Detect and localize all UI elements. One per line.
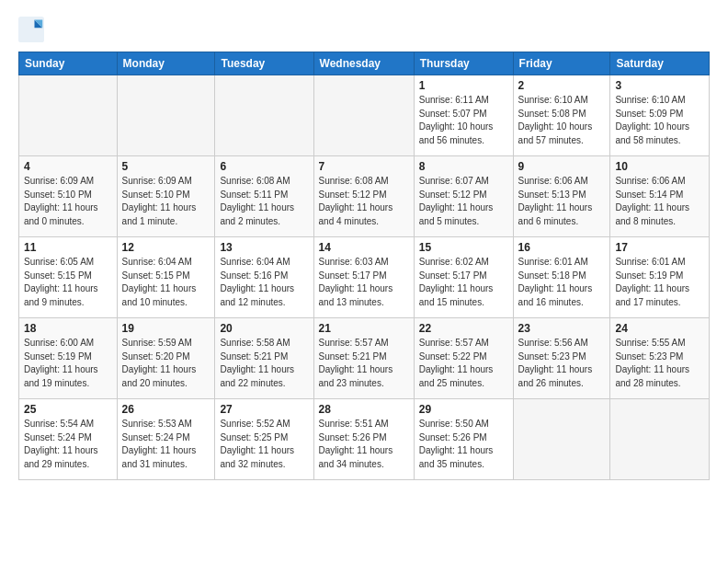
day-number: 8 (419, 160, 508, 173)
day-cell: 24Sunrise: 5:55 AMSunset: 5:23 PMDayligh… (610, 318, 710, 399)
day-cell: 4Sunrise: 6:09 AMSunset: 5:10 PMDaylight… (19, 156, 118, 237)
day-cell: 13Sunrise: 6:04 AMSunset: 5:16 PMDayligh… (215, 237, 313, 318)
day-info: Sunrise: 6:02 AMSunset: 5:17 PMDaylight:… (419, 256, 508, 309)
day-cell: 26Sunrise: 5:53 AMSunset: 5:24 PMDayligh… (117, 399, 215, 480)
day-info: Sunrise: 5:57 AMSunset: 5:22 PMDaylight:… (419, 337, 508, 390)
day-info: Sunrise: 5:54 AMSunset: 5:24 PMDaylight:… (24, 418, 112, 471)
week-row-5: 25Sunrise: 5:54 AMSunset: 5:24 PMDayligh… (19, 399, 710, 480)
day-info: Sunrise: 5:56 AMSunset: 5:23 PMDaylight:… (518, 337, 606, 390)
day-number: 22 (419, 322, 508, 335)
day-cell: 21Sunrise: 5:57 AMSunset: 5:21 PMDayligh… (313, 318, 414, 399)
week-row-3: 11Sunrise: 6:05 AMSunset: 5:15 PMDayligh… (19, 237, 710, 318)
day-cell: 27Sunrise: 5:52 AMSunset: 5:25 PMDayligh… (215, 399, 313, 480)
day-info: Sunrise: 6:10 AMSunset: 5:09 PMDaylight:… (615, 94, 704, 147)
day-cell: 15Sunrise: 6:02 AMSunset: 5:17 PMDayligh… (414, 237, 513, 318)
week-row-1: 1Sunrise: 6:11 AMSunset: 5:07 PMDaylight… (19, 75, 710, 156)
header-cell-tuesday: Tuesday (215, 52, 313, 75)
header-cell-sunday: Sunday (19, 52, 118, 75)
day-number: 11 (24, 241, 112, 254)
day-info: Sunrise: 6:10 AMSunset: 5:08 PMDaylight:… (518, 94, 606, 147)
day-cell: 10Sunrise: 6:06 AMSunset: 5:14 PMDayligh… (610, 156, 710, 237)
day-cell (215, 75, 313, 156)
day-cell: 6Sunrise: 6:08 AMSunset: 5:11 PMDaylight… (215, 156, 313, 237)
day-number: 6 (220, 160, 308, 173)
day-info: Sunrise: 5:55 AMSunset: 5:23 PMDaylight:… (615, 337, 704, 390)
day-cell: 3Sunrise: 6:10 AMSunset: 5:09 PMDaylight… (610, 75, 710, 156)
logo-icon (18, 17, 44, 42)
day-number: 28 (319, 403, 409, 416)
day-number: 7 (319, 160, 409, 173)
header-cell-monday: Monday (117, 52, 215, 75)
week-row-2: 4Sunrise: 6:09 AMSunset: 5:10 PMDaylight… (19, 156, 710, 237)
day-cell: 29Sunrise: 5:50 AMSunset: 5:26 PMDayligh… (414, 399, 513, 480)
logo (18, 17, 48, 42)
day-cell: 1Sunrise: 6:11 AMSunset: 5:07 PMDaylight… (414, 75, 513, 156)
day-number: 17 (615, 241, 704, 254)
header-cell-thursday: Thursday (414, 52, 513, 75)
day-number: 9 (518, 160, 606, 173)
day-info: Sunrise: 5:53 AMSunset: 5:24 PMDaylight:… (122, 418, 210, 471)
day-info: Sunrise: 6:01 AMSunset: 5:18 PMDaylight:… (518, 256, 606, 309)
day-info: Sunrise: 6:04 AMSunset: 5:16 PMDaylight:… (220, 256, 308, 309)
header-cell-friday: Friday (513, 52, 610, 75)
day-info: Sunrise: 5:57 AMSunset: 5:21 PMDaylight:… (319, 337, 409, 390)
day-number: 16 (518, 241, 606, 254)
day-info: Sunrise: 6:11 AMSunset: 5:07 PMDaylight:… (419, 94, 508, 147)
day-info: Sunrise: 6:08 AMSunset: 5:12 PMDaylight:… (319, 175, 409, 228)
header-row: SundayMondayTuesdayWednesdayThursdayFrid… (19, 52, 710, 75)
day-cell: 16Sunrise: 6:01 AMSunset: 5:18 PMDayligh… (513, 237, 610, 318)
day-number: 3 (615, 79, 704, 92)
day-cell: 12Sunrise: 6:04 AMSunset: 5:15 PMDayligh… (117, 237, 215, 318)
day-info: Sunrise: 6:05 AMSunset: 5:15 PMDaylight:… (24, 256, 112, 309)
day-number: 29 (419, 403, 508, 416)
calendar-header: SundayMondayTuesdayWednesdayThursdayFrid… (19, 52, 710, 75)
day-number: 2 (518, 79, 606, 92)
day-number: 19 (122, 322, 210, 335)
day-number: 4 (24, 160, 112, 173)
day-number: 21 (319, 322, 409, 335)
day-number: 20 (220, 322, 308, 335)
day-cell: 2Sunrise: 6:10 AMSunset: 5:08 PMDaylight… (513, 75, 610, 156)
day-cell: 9Sunrise: 6:06 AMSunset: 5:13 PMDaylight… (513, 156, 610, 237)
day-number: 15 (419, 241, 508, 254)
day-info: Sunrise: 5:51 AMSunset: 5:26 PMDaylight:… (319, 418, 409, 471)
page: SundayMondayTuesdayWednesdayThursdayFrid… (0, 0, 728, 489)
header-cell-saturday: Saturday (610, 52, 710, 75)
calendar-body: 1Sunrise: 6:11 AMSunset: 5:07 PMDaylight… (19, 75, 710, 480)
day-cell: 20Sunrise: 5:58 AMSunset: 5:21 PMDayligh… (215, 318, 313, 399)
day-info: Sunrise: 6:08 AMSunset: 5:11 PMDaylight:… (220, 175, 308, 228)
day-info: Sunrise: 6:03 AMSunset: 5:17 PMDaylight:… (319, 256, 409, 309)
day-number: 14 (319, 241, 409, 254)
day-cell: 22Sunrise: 5:57 AMSunset: 5:22 PMDayligh… (414, 318, 513, 399)
day-info: Sunrise: 5:50 AMSunset: 5:26 PMDaylight:… (419, 418, 508, 471)
day-number: 13 (220, 241, 308, 254)
day-cell: 17Sunrise: 6:01 AMSunset: 5:19 PMDayligh… (610, 237, 710, 318)
day-number: 25 (24, 403, 112, 416)
day-number: 12 (122, 241, 210, 254)
day-cell: 7Sunrise: 6:08 AMSunset: 5:12 PMDaylight… (313, 156, 414, 237)
week-row-4: 18Sunrise: 6:00 AMSunset: 5:19 PMDayligh… (19, 318, 710, 399)
day-cell (19, 75, 118, 156)
day-info: Sunrise: 6:07 AMSunset: 5:12 PMDaylight:… (419, 175, 508, 228)
day-info: Sunrise: 6:04 AMSunset: 5:15 PMDaylight:… (122, 256, 210, 309)
day-number: 24 (615, 322, 704, 335)
day-cell: 18Sunrise: 6:00 AMSunset: 5:19 PMDayligh… (19, 318, 118, 399)
calendar-table: SundayMondayTuesdayWednesdayThursdayFrid… (18, 52, 710, 480)
day-number: 18 (24, 322, 112, 335)
day-cell: 8Sunrise: 6:07 AMSunset: 5:12 PMDaylight… (414, 156, 513, 237)
day-cell: 28Sunrise: 5:51 AMSunset: 5:26 PMDayligh… (313, 399, 414, 480)
header-area (18, 17, 710, 42)
day-info: Sunrise: 5:59 AMSunset: 5:20 PMDaylight:… (122, 337, 210, 390)
day-info: Sunrise: 6:00 AMSunset: 5:19 PMDaylight:… (24, 337, 112, 390)
day-cell (610, 399, 710, 480)
day-number: 27 (220, 403, 308, 416)
day-info: Sunrise: 6:06 AMSunset: 5:14 PMDaylight:… (615, 175, 704, 228)
header-cell-wednesday: Wednesday (313, 52, 414, 75)
day-cell (513, 399, 610, 480)
day-cell: 11Sunrise: 6:05 AMSunset: 5:15 PMDayligh… (19, 237, 118, 318)
day-info: Sunrise: 6:06 AMSunset: 5:13 PMDaylight:… (518, 175, 606, 228)
day-cell: 23Sunrise: 5:56 AMSunset: 5:23 PMDayligh… (513, 318, 610, 399)
day-info: Sunrise: 6:01 AMSunset: 5:19 PMDaylight:… (615, 256, 704, 309)
day-number: 23 (518, 322, 606, 335)
day-cell: 5Sunrise: 6:09 AMSunset: 5:10 PMDaylight… (117, 156, 215, 237)
